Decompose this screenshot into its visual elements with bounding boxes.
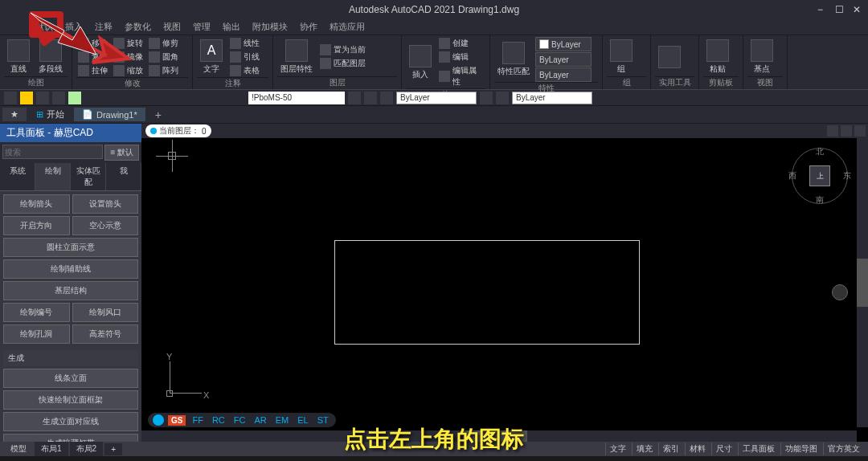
- panel-btn[interactable]: 空心示意: [72, 216, 139, 235]
- status-item[interactable]: 索引: [658, 443, 683, 455]
- menu-collaborate[interactable]: 协作: [295, 19, 322, 35]
- panel-btn[interactable]: 快速绘制立面框架: [3, 390, 138, 410]
- qa-icon[interactable]: [52, 92, 65, 104]
- current-layer-pill[interactable]: 当前图层： 0: [145, 124, 211, 137]
- drawn-rectangle[interactable]: [334, 240, 640, 345]
- cmd-shortcut[interactable]: AR: [252, 415, 268, 425]
- menu-output[interactable]: 输出: [218, 19, 245, 35]
- insert-button[interactable]: 插入: [406, 43, 435, 82]
- panel-btn[interactable]: 设置箭头: [72, 194, 139, 214]
- block-attr-button[interactable]: 编辑属性: [437, 64, 485, 88]
- drawing-canvas[interactable]: 当前图层： 0 Y X 上 北 南 东 西 GS: [141, 124, 868, 442]
- panel-btn[interactable]: 开启方向: [3, 216, 70, 235]
- mirror-button[interactable]: 镜像: [112, 51, 145, 63]
- canvas-close-icon[interactable]: [854, 125, 866, 137]
- cmd-shortcut[interactable]: FC: [231, 415, 248, 425]
- panel-btn[interactable]: 绘制风口: [72, 303, 139, 322]
- panel-search-input[interactable]: [2, 145, 103, 159]
- copy-button[interactable]: 复制: [76, 51, 109, 63]
- panel-tab-my[interactable]: 我: [106, 163, 141, 190]
- block-create-button[interactable]: 创建: [437, 37, 485, 50]
- panel-default-btn[interactable]: ≡ 默认: [104, 145, 139, 161]
- block-edit-button[interactable]: 编辑: [437, 51, 485, 63]
- status-item[interactable]: 官方英文: [823, 443, 864, 455]
- panel-btn[interactable]: 绘制编号: [3, 303, 70, 322]
- qa-icon[interactable]: [36, 92, 49, 104]
- rotate-button[interactable]: 旋转: [112, 37, 145, 50]
- panel-tab-entity[interactable]: 实体匹配: [71, 163, 106, 190]
- stretch-button[interactable]: 拉伸: [76, 64, 109, 77]
- qa-icon[interactable]: [4, 92, 17, 104]
- model-tab[interactable]: 模型: [4, 442, 33, 456]
- menu-insert[interactable]: 插入: [60, 19, 88, 35]
- menu-manage[interactable]: 管理: [188, 19, 215, 35]
- section-header-gen[interactable]: 生成: [3, 350, 138, 366]
- panel-btn[interactable]: 绘制辅助线: [3, 259, 138, 279]
- vertical-scrollbar[interactable]: [857, 138, 868, 427]
- layout2-tab[interactable]: 布局2: [70, 442, 104, 456]
- match-props-button[interactable]: 特性匹配: [494, 40, 533, 79]
- status-item[interactable]: 文字: [605, 443, 630, 455]
- linear-dim-button[interactable]: 线性: [228, 37, 261, 50]
- add-layout-button[interactable]: +: [104, 443, 122, 455]
- panel-tab-system[interactable]: 系统: [0, 163, 35, 190]
- menu-default[interactable]: 默认: [31, 19, 58, 35]
- linetype-dropdown[interactable]: ByLayer: [535, 67, 592, 82]
- menu-featured[interactable]: 精选应用: [325, 19, 370, 35]
- status-item[interactable]: 填充: [632, 443, 657, 455]
- group-button[interactable]: 组: [607, 38, 636, 76]
- command-line[interactable]: GS FF RC FC AR EM EL ST: [148, 413, 336, 427]
- panel-btn[interactable]: 线条立面: [3, 369, 138, 388]
- panel-btn[interactable]: 绘制孔洞: [3, 324, 70, 344]
- move-button[interactable]: 移动: [76, 37, 109, 50]
- status-item[interactable]: 功能导图: [780, 443, 821, 455]
- menu-addins[interactable]: 附加模块: [248, 19, 293, 35]
- qa-icon[interactable]: [68, 92, 81, 104]
- layout1-tab[interactable]: 布局1: [35, 442, 68, 456]
- qa-icon[interactable]: [20, 92, 33, 104]
- menu-view[interactable]: 视图: [158, 19, 186, 35]
- status-item[interactable]: 尺寸: [711, 443, 736, 455]
- menu-parametric[interactable]: 参数化: [120, 19, 156, 35]
- text-button[interactable]: A文字: [197, 38, 226, 76]
- cmd-shortcut[interactable]: EL: [295, 415, 310, 425]
- array-button[interactable]: 阵列: [147, 64, 180, 77]
- menu-annotate[interactable]: 注释: [90, 19, 117, 35]
- lineweight-dropdown[interactable]: ByLayer: [535, 52, 592, 67]
- status-item[interactable]: 材料: [685, 443, 710, 455]
- leader-button[interactable]: 引线: [228, 51, 261, 63]
- basepoint-button[interactable]: 基点: [747, 38, 776, 76]
- polyline-button[interactable]: 多段线: [35, 38, 66, 76]
- cmd-shortcut[interactable]: FF: [190, 415, 205, 425]
- layer-props-button[interactable]: 图层特性: [277, 38, 316, 76]
- panel-tab-draw[interactable]: 绘制: [35, 163, 71, 190]
- panel-btn[interactable]: 绘制箭头: [3, 194, 70, 214]
- color-dropdown[interactable]: ByLayer: [535, 37, 592, 51]
- match-layer-button[interactable]: 匹配图层: [318, 57, 367, 70]
- status-item[interactable]: 工具面板: [738, 443, 779, 455]
- cmd-shortcut[interactable]: RC: [210, 415, 227, 425]
- panel-btn[interactable]: 基层结构: [3, 281, 138, 300]
- maximize-button[interactable]: ☐: [835, 4, 846, 15]
- viewcube-top-face[interactable]: 上: [809, 165, 830, 186]
- start-tab[interactable]: ⊞开始: [28, 107, 72, 122]
- qa-layer-dropdown[interactable]: ByLayer: [396, 92, 477, 104]
- trim-button[interactable]: 修剪: [147, 37, 180, 50]
- qa-icon[interactable]: [480, 92, 493, 104]
- panel-btn[interactable]: 高差符号: [72, 324, 139, 344]
- qa-icon[interactable]: [496, 92, 509, 104]
- qa-icon[interactable]: [380, 92, 393, 104]
- drawing-tab[interactable]: 📄Drawing1*: [74, 108, 145, 121]
- cmd-shortcut[interactable]: EM: [273, 415, 292, 425]
- cmd-shortcut[interactable]: ST: [315, 415, 331, 425]
- close-button[interactable]: ✕: [853, 4, 864, 15]
- fillet-button[interactable]: 圆角: [147, 51, 180, 63]
- panel-btn[interactable]: 圆柱立面示意: [3, 238, 138, 257]
- panel-btn[interactable]: 生成立面对应线: [3, 412, 138, 431]
- scale-button[interactable]: 缩放: [112, 64, 145, 77]
- set-current-button[interactable]: 置为当前: [318, 43, 367, 56]
- new-tab-button[interactable]: +: [147, 107, 170, 123]
- canvas-minimize-icon[interactable]: [827, 125, 838, 137]
- table-button[interactable]: 表格: [228, 64, 261, 77]
- paste-button[interactable]: 粘贴: [703, 38, 732, 76]
